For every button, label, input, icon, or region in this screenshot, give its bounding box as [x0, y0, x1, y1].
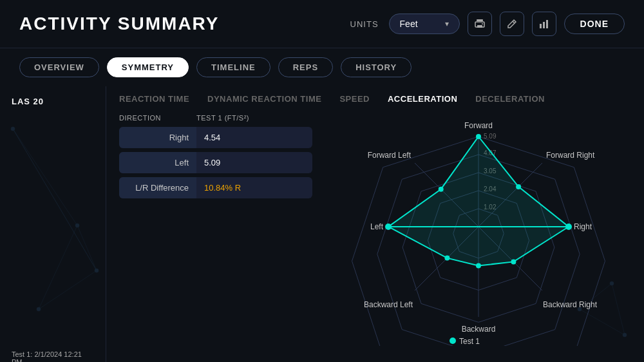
sub-tabs: REACTION TIME DYNAMIC REACTION TIME SPEE… [119, 94, 631, 104]
tabs-bar: OVERVIEW SYMMETRY TIMELINE REPS HISTORY [0, 48, 644, 86]
sidebar: LAS 20 Test 1: 2/1/2024 12:21 PM [0, 86, 106, 362]
row-label-right: Right [119, 127, 196, 148]
sub-tab-acceleration[interactable]: ACCELERATION [388, 94, 457, 104]
tab-overview[interactable]: OVERVIEW [19, 57, 99, 77]
chevron-down-icon: ▾ [445, 19, 449, 28]
chart-area: REACTION TIME DYNAMIC REACTION TIME SPEE… [106, 86, 644, 362]
svg-rect-16 [477, 19, 483, 21]
tab-reps[interactable]: REPS [278, 57, 333, 77]
radar-data-polygon [388, 137, 569, 266]
label-forward: Forward [464, 121, 492, 130]
row-label-diff: L/R Difference [119, 177, 196, 198]
row-label-left: Left [119, 152, 196, 173]
radar-chart: .radar-axis { stroke: #2a3550; stroke-wi… [343, 114, 614, 346]
tab-symmetry[interactable]: SYMMETRY [107, 57, 189, 77]
legend-dot [450, 338, 456, 344]
units-value: Feet [400, 19, 418, 29]
svg-point-19 [482, 23, 483, 24]
svg-rect-18 [477, 25, 482, 28]
chart-button[interactable] [532, 12, 556, 36]
table-row: Right 4.54 [119, 127, 312, 148]
table-header: DIRECTION TEST 1 (FT/S²) [119, 114, 312, 122]
radar-dot-backward [476, 263, 481, 269]
tab-history[interactable]: HISTORY [341, 57, 412, 77]
content-split: DIRECTION TEST 1 (FT/S²) Right 4.54 Left… [119, 114, 631, 346]
svg-line-20 [513, 21, 515, 23]
table-row: Left 5.09 [119, 152, 312, 173]
svg-rect-23 [546, 20, 548, 28]
row-value-diff: 10.84% R [196, 177, 312, 198]
svg-rect-22 [543, 22, 545, 28]
legend-label: Test 1 [459, 337, 480, 346]
sidebar-label: LAS 20 [12, 97, 94, 106]
sub-tab-speed[interactable]: SPEED [339, 94, 370, 104]
data-table: DIRECTION TEST 1 (FT/S²) Right 4.54 Left… [119, 114, 312, 346]
label-forward-right: Forward Right [546, 151, 595, 160]
radar-chart-container: .radar-axis { stroke: #2a3550; stroke-wi… [325, 114, 631, 346]
label-left: Left [370, 222, 383, 231]
sidebar-footer: Test 1: 2/1/2024 12:21 PM [12, 350, 94, 362]
label-backward: Backward [461, 325, 495, 334]
radar-dot-forward-left [438, 187, 443, 192]
units-select[interactable]: Feet ▾ [389, 14, 460, 34]
radar-dot-forward [476, 134, 481, 139]
main-content: LAS 20 Test 1: 2/1/2024 12:21 PM REACTIO… [0, 86, 644, 362]
app-title: ACTIVITY SUMMARY [19, 14, 350, 34]
svg-rect-21 [540, 24, 542, 28]
header: ACTIVITY SUMMARY UNITS Feet ▾ [0, 0, 644, 48]
label-backward-right: Backward Right [543, 300, 598, 309]
print-button[interactable] [468, 12, 492, 36]
label-right: Right [574, 222, 592, 231]
done-button[interactable]: DONE [564, 14, 625, 34]
sub-tab-dynamic-reaction-time[interactable]: DYNAMIC REACTION TIME [207, 94, 321, 104]
col-direction-header: DIRECTION [119, 114, 196, 122]
scale-label-5: 5.09 [484, 133, 497, 140]
radar-dot-backward-right [511, 259, 516, 264]
sub-tab-deceleration[interactable]: DECELERATION [475, 94, 545, 104]
sub-tab-reaction-time[interactable]: REACTION TIME [119, 94, 189, 104]
row-value-right: 4.54 [196, 127, 312, 148]
units-label: UNITS [350, 19, 379, 29]
label-backward-left: Backward Left [363, 300, 413, 309]
tab-timeline[interactable]: TIMELINE [196, 57, 270, 77]
row-value-left: 5.09 [196, 152, 312, 173]
radar-dot-forward-right [516, 184, 521, 189]
label-forward-left: Forward Left [367, 151, 411, 160]
col-test-header: TEST 1 (FT/S²) [196, 114, 249, 122]
radar-dot-backward-left [444, 256, 450, 261]
header-controls: UNITS Feet ▾ DONE [350, 12, 625, 36]
edit-button[interactable] [500, 12, 524, 36]
table-row-diff: L/R Difference 10.84% R [119, 177, 312, 198]
